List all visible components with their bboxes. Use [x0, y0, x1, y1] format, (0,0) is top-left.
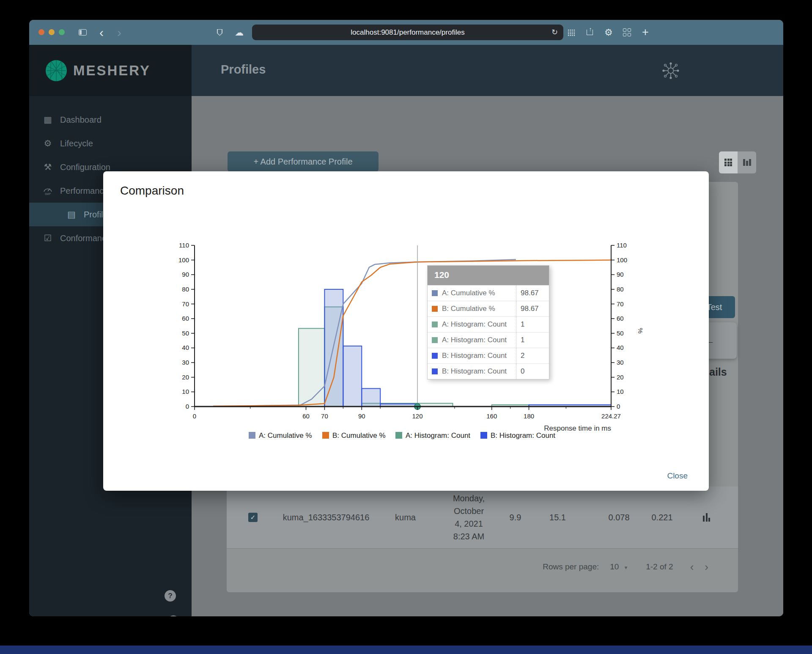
svg-text:30: 30: [617, 359, 624, 366]
row-checkbox-cell: ✓: [247, 486, 259, 548]
bottom-accent-strip: [0, 646, 812, 654]
svg-text:80: 80: [182, 286, 189, 293]
app-header: Profiles ⚙: [192, 45, 783, 96]
svg-text:110: 110: [617, 242, 627, 249]
mesh-sync-icon[interactable]: [662, 45, 680, 96]
sidebar-item-label: Dashboard: [60, 115, 102, 125]
pagination-range: 1-2 of 2: [646, 562, 673, 572]
date-line: 4, 2021: [455, 517, 483, 530]
share-icon[interactable]: ↑: [587, 20, 593, 45]
svg-text:SMP: SMP: [45, 192, 51, 195]
privacy-shield-icon[interactable]: [217, 20, 222, 45]
grid-view-icon: [724, 159, 732, 166]
tooltip-label: A: Cumulative %: [442, 289, 516, 297]
reload-icon[interactable]: ↻: [551, 27, 558, 37]
help-button[interactable]: ?: [165, 590, 176, 602]
tooltip-swatch: [432, 368, 438, 374]
table-row[interactable]: ✓ kuma_1633353794616 kuma Monday, Octobe…: [227, 486, 738, 548]
tooltip-swatch: [432, 306, 438, 312]
svg-text:40: 40: [617, 344, 624, 351]
view-toggle-group: [719, 151, 756, 173]
browser-chrome: ‹ › ☁ localhost:9081/performance/profile…: [29, 20, 783, 45]
sidebar-item-label: Performance: [60, 186, 109, 196]
histogram-bar: [362, 388, 380, 407]
row-checkbox[interactable]: ✓: [248, 513, 258, 522]
close-window-button[interactable]: [38, 29, 44, 35]
sidebar-item-dashboard[interactable]: ▦ Dashboard: [29, 108, 192, 132]
tooltip-label: A: Histogram: Count: [442, 320, 516, 329]
lifecycle-icon: ⚙: [42, 138, 53, 148]
tooltip-label: A: Histogram: Count: [442, 336, 516, 344]
collapse-sidebar-button[interactable]: ‹: [167, 616, 180, 616]
comparison-modal: Comparison 00101020203030404050506060707…: [103, 171, 709, 491]
histogram-bar: [299, 328, 324, 407]
conformance-icon: ☑: [42, 233, 53, 243]
svg-text:90: 90: [358, 412, 365, 420]
legend-label: A: Histogram: Count: [406, 431, 470, 440]
tooltip-row: B: Histogram: Count0: [428, 363, 549, 379]
tooltip-value: 1: [516, 317, 549, 332]
legend-label: B: Histogram: Count: [491, 431, 555, 440]
configuration-icon: ⚒: [42, 162, 53, 172]
tooltip-body: A: Cumulative %98.67B: Cumulative %98.67…: [428, 285, 549, 379]
svg-text:70: 70: [617, 300, 624, 308]
page-title: Profiles: [221, 63, 266, 77]
grid-view-button[interactable]: [719, 151, 738, 173]
address-bar[interactable]: localhost:9081/performance/profiles ↻: [252, 25, 563, 40]
svg-text:50: 50: [617, 330, 624, 337]
tooltip-row: A: Histogram: Count1: [428, 316, 549, 332]
table-footer-divider: [227, 548, 738, 549]
close-modal-button[interactable]: Close: [667, 471, 688, 481]
meshery-logo-icon: [44, 59, 68, 82]
histogram-bar: [343, 346, 362, 407]
tooltip-value: 98.67: [516, 286, 549, 301]
tooltip-value: 2: [516, 348, 549, 363]
comparison-chart[interactable]: 0010102020303040405050606070708080909010…: [103, 224, 709, 463]
legend-swatch: [249, 432, 255, 439]
chevron-down-icon: ▾: [625, 564, 628, 571]
bar-chart-icon[interactable]: [703, 513, 710, 522]
add-performance-profile-button[interactable]: + Add Performance Profile: [228, 151, 379, 172]
tab-grid-icon[interactable]: ⣿⣿: [567, 20, 575, 45]
tooltip-label: B: Cumulative %: [442, 305, 516, 313]
browser-sidebar-toggle-icon[interactable]: [79, 20, 87, 45]
row-date-cell: Monday, October 4, 2021 8:23 AM: [440, 486, 497, 548]
svg-text:60: 60: [617, 315, 624, 322]
tooltip-row: B: Cumulative %98.67: [428, 301, 549, 316]
cloud-icon[interactable]: ☁: [235, 20, 244, 45]
tooltip-swatch: [432, 322, 438, 327]
url-text: localhost:9081/performance/profiles: [351, 28, 464, 37]
svg-text:20: 20: [182, 374, 189, 381]
rows-per-page-label: Rows per page:: [543, 562, 599, 572]
zoom-window-button[interactable]: [59, 29, 65, 35]
performance-gauge-icon: SMP: [42, 186, 53, 195]
sidebar-item-lifecycle[interactable]: ⚙ Lifecycle: [29, 132, 192, 155]
brand-name: MESHERY: [73, 63, 151, 79]
extensions-squares-icon[interactable]: [623, 20, 631, 45]
minimize-window-button[interactable]: [49, 29, 55, 35]
tooltip-value: 1: [516, 332, 549, 348]
table-view-icon: [743, 159, 751, 166]
new-tab-icon[interactable]: +: [642, 20, 649, 45]
row-p50-cell: 0.078: [603, 486, 635, 548]
legend-swatch: [395, 432, 402, 439]
rows-per-page-select[interactable]: 10 ▾: [610, 562, 627, 572]
row-mesh-cell: kuma: [387, 486, 423, 548]
tooltip-row: A: Cumulative %98.67: [428, 285, 549, 301]
svg-text:20: 20: [617, 374, 624, 381]
table-view-button[interactable]: [738, 151, 756, 173]
svg-text:60: 60: [182, 315, 189, 322]
histogram-bar: [324, 289, 343, 407]
next-page-button[interactable]: ›: [705, 561, 708, 574]
back-button[interactable]: ‹: [99, 20, 104, 45]
details-heading-fragment: ails: [709, 366, 727, 378]
forward-button[interactable]: ›: [117, 20, 121, 45]
sidebar-item-label: Configuration: [60, 162, 110, 172]
svg-text:40: 40: [182, 344, 189, 351]
tooltip-row: A: Histogram: Count1: [428, 332, 549, 348]
previous-page-button[interactable]: ‹: [690, 561, 694, 574]
settings-gear-icon[interactable]: ⚙: [604, 20, 613, 45]
legend-label: A: Cumulative %: [259, 431, 312, 440]
date-line: October: [454, 505, 484, 517]
svg-text:10: 10: [617, 388, 624, 395]
